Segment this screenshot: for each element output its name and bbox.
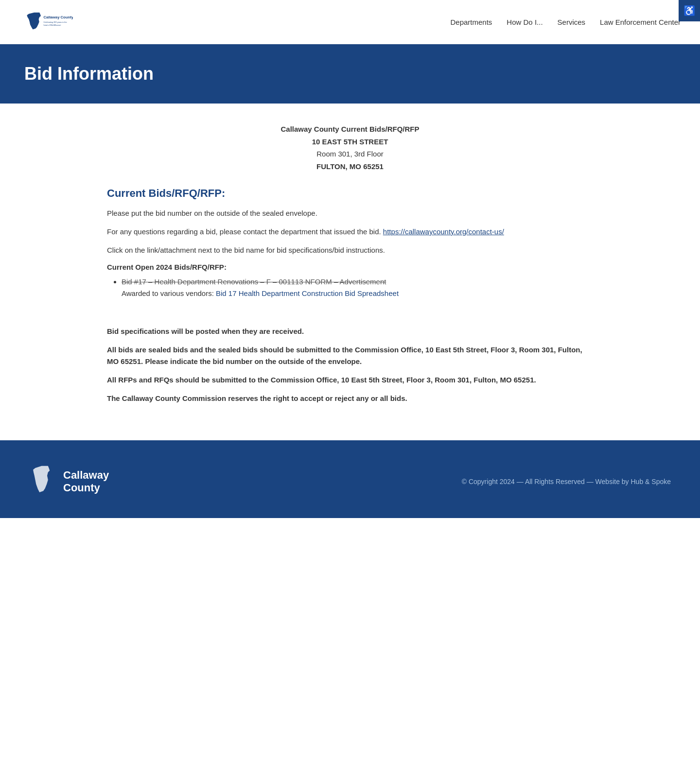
bold-para-rfp-rfq: All RFPs and RFQs should be submitted to… bbox=[107, 374, 593, 386]
svg-text:heart of Mid-Missouri: heart of Mid-Missouri bbox=[44, 24, 61, 26]
main-nav: Departments How Do I... Services Law Enf… bbox=[450, 18, 681, 26]
svg-marker-4 bbox=[33, 466, 50, 492]
bold-para-right-to-reject: The Callaway County Commission reserves … bbox=[107, 393, 593, 404]
accessibility-button[interactable]: ♿ bbox=[679, 0, 700, 21]
para-questions: For any questions regarding a bid, pleas… bbox=[107, 226, 593, 238]
hero-banner: Bid Information bbox=[0, 44, 700, 104]
site-logo: Callaway County Celebrating 200 years in… bbox=[19, 5, 73, 39]
svg-text:Celebrating 200 years in the: Celebrating 200 years in the bbox=[44, 21, 67, 23]
current-bids-subheading: Current Open 2024 Bids/RFQ/RFP: bbox=[107, 263, 593, 271]
para-envelope: Please put the bid number on the outside… bbox=[107, 208, 593, 219]
para-questions-text: For any questions regarding a bid, pleas… bbox=[107, 227, 381, 236]
contact-link[interactable]: https://callawaycounty.org/contact-us/ bbox=[383, 227, 504, 236]
awarded-label: Awarded to various vendors: bbox=[122, 289, 214, 297]
footer-logo-line1: Callaway bbox=[63, 469, 109, 481]
bid-item-17: Bid #17 – Health Department Renovations … bbox=[122, 276, 593, 299]
nav-departments[interactable]: Departments bbox=[450, 18, 492, 26]
nav-services[interactable]: Services bbox=[558, 18, 586, 26]
address-block: Callaway County Current Bids/RFQ/RFP 10 … bbox=[107, 123, 593, 173]
nav-how-do-i[interactable]: How Do I... bbox=[507, 18, 542, 26]
address-line1: Callaway County Current Bids/RFQ/RFP bbox=[107, 123, 593, 136]
address-line3: Room 301, 3rd Floor bbox=[107, 148, 593, 160]
bid-list: Bid #17 – Health Department Renovations … bbox=[107, 276, 593, 299]
section-heading: Current Bids/RFQ/RFP: bbox=[107, 187, 593, 200]
footer-logo-area: Callaway County bbox=[29, 465, 109, 499]
footer-copyright: © Copyright 2024 — All Rights Reserved —… bbox=[462, 478, 671, 485]
bold-para-specifications: Bid specifications will be posted when t… bbox=[107, 326, 593, 337]
bid-17-spreadsheet-link[interactable]: Bid 17 Health Department Construction Bi… bbox=[216, 289, 399, 297]
bid-17-strikethrough: Bid #17 – Health Department Renovations … bbox=[122, 277, 386, 286]
para-click-link: Click on the link/attachment next to the… bbox=[107, 244, 593, 256]
address-line4: FULTON, MO 65251 bbox=[107, 160, 593, 173]
address-line2: 10 EAST 5TH STREET bbox=[107, 136, 593, 148]
bold-para-sealed-bids: All bids are sealed bids and the sealed … bbox=[107, 344, 593, 367]
main-content: Callaway County Current Bids/RFQ/RFP 10 … bbox=[83, 104, 617, 440]
svg-marker-0 bbox=[27, 13, 41, 30]
site-header: Callaway County Celebrating 200 years in… bbox=[0, 0, 700, 44]
footer-logo-icon bbox=[29, 465, 58, 499]
svg-text:Callaway County: Callaway County bbox=[44, 15, 73, 19]
logo-area: Callaway County Celebrating 200 years in… bbox=[19, 5, 73, 39]
nav-law-enforcement[interactable]: Law Enforcement Center bbox=[600, 18, 681, 26]
site-footer: Callaway County © Copyright 2024 — All R… bbox=[0, 440, 700, 518]
footer-logo-line2: County bbox=[63, 482, 100, 494]
page-title: Bid Information bbox=[24, 64, 676, 84]
footer-logo-text: Callaway County bbox=[63, 469, 109, 495]
